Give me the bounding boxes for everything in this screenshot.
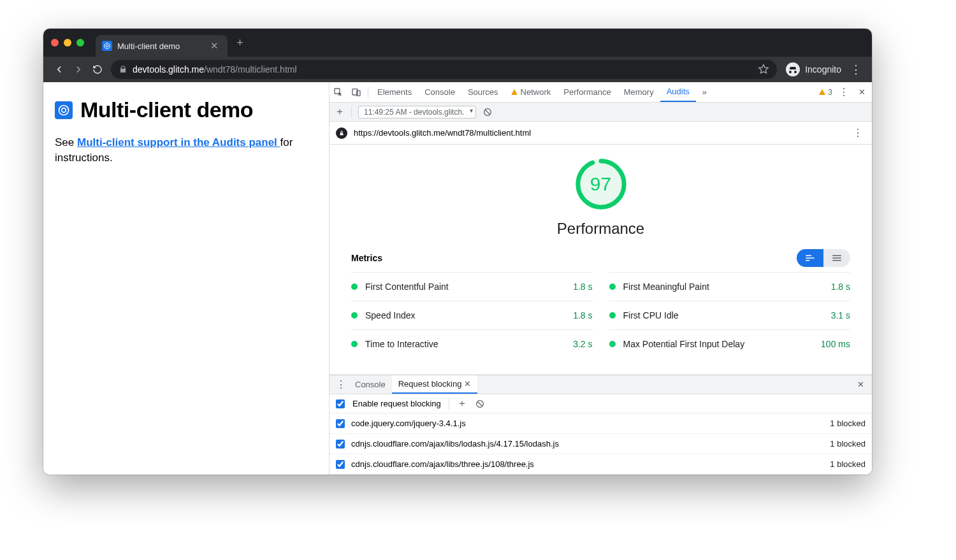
pattern-count: 1 blocked: [830, 419, 865, 428]
devtools-panel: Elements Console Sources Network Perform…: [329, 82, 872, 475]
close-tab-icon[interactable]: ✕: [210, 40, 219, 52]
titlebar: Multi-client demo ✕ +: [43, 29, 872, 57]
view-compact-icon[interactable]: [797, 249, 823, 267]
warnings-badge[interactable]: 3: [819, 88, 832, 97]
blocked-pattern-row[interactable]: code.jquery.com/jquery-3.4.1.js 1 blocke…: [330, 413, 872, 434]
browser-tab[interactable]: Multi-client demo ✕: [96, 35, 228, 57]
back-button[interactable]: [50, 60, 69, 79]
maximize-window-icon[interactable]: [76, 39, 84, 47]
svg-point-2: [59, 105, 69, 115]
clear-icon[interactable]: [482, 107, 493, 117]
incognito-label: Incognito: [805, 64, 841, 75]
metrics-heading: Metrics: [351, 253, 382, 263]
audits-toolbar: ＋ 11:49:25 AM - devtools.glitch.: [330, 103, 872, 122]
tabs-overflow-icon[interactable]: »: [696, 82, 713, 102]
pattern-count: 1 blocked: [830, 439, 865, 449]
favicon-icon: [102, 41, 112, 51]
lock-icon: [119, 65, 127, 74]
pattern-count: 1 blocked: [830, 459, 865, 469]
drawer-tab-request-blocking[interactable]: Request blocking✕: [392, 375, 478, 394]
metric-row: Max Potential First Input Delay100 ms: [609, 329, 851, 358]
tab-title: Multi-client demo: [117, 41, 180, 51]
page-title: Multi-client demo: [80, 97, 253, 122]
page-body: See Multi-client support in the Audits p…: [55, 136, 293, 164]
metric-row: Speed Index1.8 s: [351, 301, 593, 329]
metric-row: Time to Interactive3.2 s: [351, 329, 593, 358]
enable-blocking-checkbox[interactable]: [336, 399, 345, 408]
incognito-indicator[interactable]: Incognito: [781, 62, 846, 76]
docs-link[interactable]: Multi-client support in the Audits panel: [77, 136, 280, 148]
pattern-checkbox[interactable]: [336, 440, 345, 449]
drawer-close-icon[interactable]: ✕: [853, 380, 868, 389]
svg-point-0: [105, 43, 110, 49]
add-pattern-button[interactable]: ＋: [457, 397, 467, 410]
devtools-close-icon[interactable]: ✕: [855, 86, 868, 99]
address-bar[interactable]: devtools.glitch.me/wndt78/multiclient.ht…: [111, 60, 777, 79]
audits-body: 97 Performance Metrics First Con: [330, 145, 872, 375]
drawer-tab-console[interactable]: Console: [349, 375, 392, 394]
devtools-menu-icon[interactable]: ⋮: [836, 86, 851, 98]
metric-row: First CPU Idle3.1 s: [609, 301, 851, 329]
tab-memory[interactable]: Memory: [618, 82, 660, 102]
url-text: devtools.glitch.me/wndt78/multiclient.ht…: [133, 64, 297, 75]
performance-gauge: 97: [574, 157, 628, 211]
inspect-icon[interactable]: [330, 87, 347, 97]
reload-button[interactable]: [88, 60, 107, 79]
blocked-pattern-row[interactable]: cdnjs.cloudflare.com/ajax/libs/lodash.js…: [330, 434, 872, 454]
status-dot-icon: [609, 312, 616, 319]
status-dot-icon: [351, 284, 358, 290]
pattern-checkbox[interactable]: [336, 460, 345, 469]
view-expanded-icon[interactable]: [823, 249, 850, 267]
pattern-url: code.jquery.com/jquery-3.4.1.js: [351, 419, 466, 428]
close-window-icon[interactable]: [51, 39, 59, 47]
pattern-url: cdnjs.cloudflare.com/ajax/libs/lodash.js…: [351, 439, 559, 449]
minimize-window-icon[interactable]: [64, 39, 71, 47]
tab-console[interactable]: Console: [418, 82, 461, 102]
pattern-checkbox[interactable]: [336, 419, 345, 428]
toolbar: devtools.glitch.me/wndt78/multiclient.ht…: [43, 57, 872, 82]
tab-sources[interactable]: Sources: [461, 82, 505, 102]
tab-audits[interactable]: Audits: [660, 82, 696, 102]
window-controls: [51, 39, 84, 47]
audit-row-menu-icon[interactable]: ⋮: [850, 127, 865, 139]
new-tab-button[interactable]: +: [236, 36, 243, 50]
metric-row: First Meaningful Paint1.8 s: [609, 272, 851, 301]
tab-network[interactable]: Network: [505, 82, 558, 102]
remove-all-icon[interactable]: [475, 399, 485, 409]
status-dot-icon: [351, 341, 358, 347]
pattern-url: cdnjs.cloudflare.com/ajax/libs/three.js/…: [351, 459, 534, 469]
drawer-menu-icon[interactable]: ⋮: [333, 378, 349, 391]
close-drawer-tab-icon[interactable]: ✕: [464, 379, 471, 389]
devtools-tabbar: Elements Console Sources Network Perform…: [330, 82, 872, 103]
status-dot-icon: [609, 284, 616, 290]
audit-url: https://devtools.glitch.me/wndt78/multic…: [354, 128, 531, 138]
browser-menu-icon[interactable]: ⋮: [846, 62, 865, 76]
device-mode-icon[interactable]: [347, 87, 365, 97]
category-title: Performance: [557, 220, 644, 238]
new-audit-button[interactable]: ＋: [335, 105, 345, 118]
warning-icon: [819, 89, 825, 95]
devtools-drawer: ⋮ Console Request blocking✕ ✕ Enable req…: [330, 375, 872, 475]
drawer-tabbar: ⋮ Console Request blocking✕ ✕: [330, 375, 872, 394]
metric-row: First Contentful Paint1.8 s: [351, 272, 593, 301]
page-logo-icon: [55, 101, 73, 119]
incognito-icon: [786, 62, 800, 76]
blocked-pattern-row[interactable]: cdnjs.cloudflare.com/ajax/libs/three.js/…: [330, 454, 872, 475]
report-select[interactable]: 11:49:25 AM - devtools.glitch.: [358, 106, 476, 118]
rendered-page: Multi-client demo See Multi-client suppo…: [43, 82, 329, 475]
svg-point-3: [62, 108, 66, 112]
content-area: Multi-client demo See Multi-client suppo…: [43, 82, 872, 475]
request-blocking-controls: Enable request blocking ＋: [330, 394, 872, 413]
lighthouse-icon: [336, 127, 347, 139]
metrics-grid: First Contentful Paint1.8 s Speed Index1…: [351, 272, 850, 358]
metrics-view-toggle[interactable]: [797, 249, 850, 267]
enable-blocking-label: Enable request blocking: [352, 399, 441, 408]
tab-elements[interactable]: Elements: [371, 82, 418, 102]
audit-url-row: https://devtools.glitch.me/wndt78/multic…: [330, 122, 872, 145]
tab-performance[interactable]: Performance: [557, 82, 617, 102]
forward-button[interactable]: [69, 60, 88, 79]
bookmark-icon[interactable]: [758, 64, 769, 75]
status-dot-icon: [351, 312, 358, 319]
browser-window: Multi-client demo ✕ + devtools.glitch.me…: [43, 29, 872, 475]
svg-point-1: [106, 45, 108, 47]
